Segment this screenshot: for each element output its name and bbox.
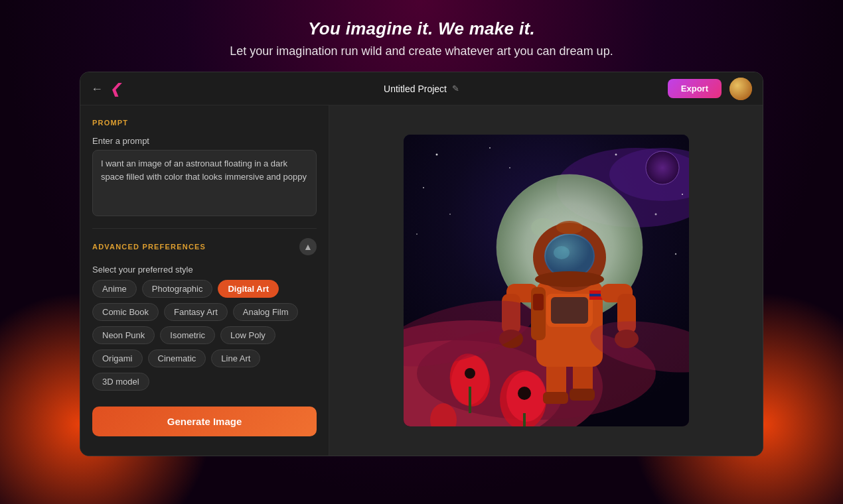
- style-selector: Select your preferred style AnimePhotogr…: [92, 265, 317, 391]
- back-button[interactable]: ←: [91, 83, 103, 95]
- svg-point-43: [554, 246, 570, 259]
- style-tag-neon-punk[interactable]: Neon Punk: [92, 326, 155, 344]
- svg-point-15: [465, 368, 475, 379]
- app-window: ← ❮ Untitled Project ✎ Export: [80, 72, 763, 456]
- svg-point-54: [615, 154, 617, 156]
- prompt-section-label: PROMPT: [92, 119, 317, 127]
- export-button[interactable]: Export: [668, 79, 722, 98]
- svg-point-47: [489, 147, 491, 149]
- top-bar: ← ❮ Untitled Project ✎ Export: [80, 72, 763, 105]
- svg-rect-26: [570, 389, 595, 401]
- advanced-preferences-header: ADVANCED PREFERENCES ▲: [92, 238, 317, 255]
- svg-point-19: [518, 387, 531, 400]
- style-tag-anime[interactable]: Anime: [92, 280, 137, 298]
- sidebar: PROMPT Enter a prompt ADVANCED PREFERENC…: [80, 105, 329, 456]
- project-title: Untitled Project: [384, 84, 447, 94]
- svg-point-55: [416, 233, 418, 235]
- canvas-area: [329, 105, 763, 456]
- style-tag-low-poly[interactable]: Low Poly: [220, 326, 275, 344]
- svg-point-45: [556, 221, 583, 234]
- generated-image: [404, 135, 689, 426]
- style-tag-analog-film[interactable]: Analog Film: [233, 303, 299, 321]
- style-tag-digital-art[interactable]: Digital Art: [218, 280, 279, 298]
- svg-rect-29: [551, 297, 588, 324]
- style-tag-3d-model[interactable]: 3D model: [92, 373, 149, 391]
- top-bar-left: ← ❮: [91, 81, 224, 97]
- svg-point-53: [509, 167, 510, 168]
- svg-point-50: [423, 187, 424, 188]
- top-bar-right: Export: [619, 78, 752, 100]
- style-tags-container: AnimePhotographicDigital ArtComic BookFa…: [92, 280, 317, 391]
- svg-point-46: [435, 154, 437, 156]
- collapse-button[interactable]: ▲: [299, 238, 317, 255]
- style-tag-origami[interactable]: Origami: [92, 349, 143, 367]
- style-tag-line-art[interactable]: Line Art: [211, 349, 260, 367]
- style-select-label: Select your preferred style: [92, 265, 317, 275]
- prompt-input-group: Enter a prompt: [92, 136, 317, 219]
- svg-rect-59: [533, 294, 544, 310]
- svg-rect-25: [543, 392, 568, 404]
- hero-subtitle: Let your imagination run wild and create…: [230, 44, 613, 58]
- style-tag-isometric[interactable]: Isometric: [160, 326, 215, 344]
- avatar[interactable]: [729, 78, 752, 100]
- astronaut-illustration: [404, 135, 689, 426]
- hero-header: You imagine it. We make it. Let your ima…: [216, 0, 626, 72]
- svg-point-52: [449, 214, 451, 215]
- top-bar-center: Untitled Project ✎: [224, 84, 619, 94]
- svg-rect-16: [469, 387, 471, 413]
- style-tag-comic-book[interactable]: Comic Book: [92, 303, 159, 321]
- style-tag-fantasy-art[interactable]: Fantasy Art: [164, 303, 228, 321]
- style-tag-photographic[interactable]: Photographic: [142, 280, 213, 298]
- svg-point-44: [535, 271, 604, 287]
- svg-point-51: [674, 253, 676, 255]
- edit-icon[interactable]: ✎: [452, 84, 459, 94]
- svg-rect-20: [523, 413, 526, 426]
- main-content: PROMPT Enter a prompt ADVANCED PREFERENC…: [80, 105, 763, 456]
- generate-button[interactable]: Generate Image: [92, 407, 317, 436]
- hero-title: You imagine it. We make it.: [230, 19, 613, 39]
- style-tag-cinematic[interactable]: Cinematic: [148, 349, 206, 367]
- svg-point-48: [654, 214, 656, 216]
- advanced-section-label: ADVANCED PREFERENCES: [92, 243, 206, 251]
- logo-icon: ❮: [110, 81, 121, 97]
- prompt-textarea[interactable]: [92, 150, 317, 216]
- image-canvas: [404, 135, 689, 426]
- prompt-input-label: Enter a prompt: [92, 136, 317, 146]
- sidebar-divider: [92, 228, 317, 229]
- svg-point-42: [546, 235, 593, 277]
- prompt-section: PROMPT: [92, 119, 317, 127]
- avatar-image: [729, 78, 752, 100]
- svg-point-49: [682, 194, 683, 195]
